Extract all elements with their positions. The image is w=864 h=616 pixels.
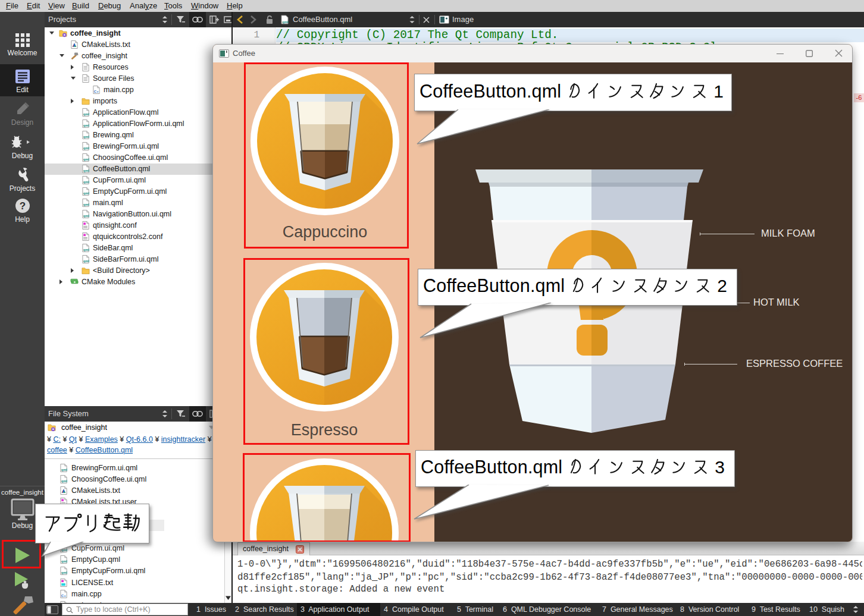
svg-text:?: ? <box>19 200 25 212</box>
svg-text:qml: qml <box>83 248 89 252</box>
svg-text:qml: qml <box>83 135 89 139</box>
svg-text:qml: qml <box>83 203 89 206</box>
svg-text:qml: qml <box>83 169 89 172</box>
svg-text:qml: qml <box>83 180 89 184</box>
svg-text:qml: qml <box>61 571 67 574</box>
svg-text:qml: qml <box>83 112 89 116</box>
svg-text:qml: qml <box>282 20 289 24</box>
svg-text:qml: qml <box>83 214 89 218</box>
svg-text:qml: qml <box>61 560 67 563</box>
svg-text:C+: C+ <box>94 90 99 93</box>
svg-text:qml: qml <box>61 479 67 483</box>
svg-text:qml: qml <box>61 468 67 472</box>
svg-text:qml: qml <box>83 124 89 127</box>
svg-text:qml: qml <box>83 191 89 195</box>
svg-text:C+: C+ <box>61 593 66 597</box>
svg-text:qml: qml <box>83 259 89 263</box>
svg-text:qml: qml <box>83 158 89 161</box>
svg-text:qml: qml <box>83 146 89 150</box>
